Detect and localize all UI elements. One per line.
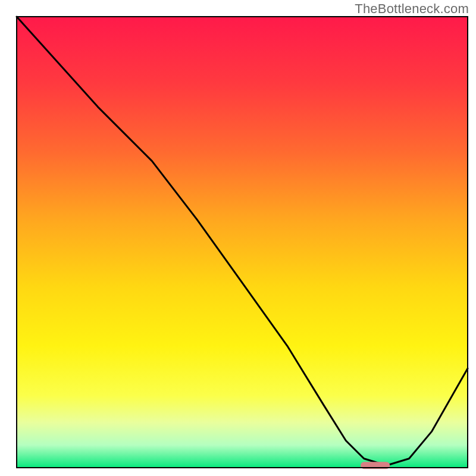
plot-background	[17, 17, 468, 468]
watermark-text: TheBottleneck.com	[355, 1, 469, 17]
chart-container: TheBottleneck.com	[0, 0, 476, 476]
bottleneck-chart	[0, 0, 476, 476]
